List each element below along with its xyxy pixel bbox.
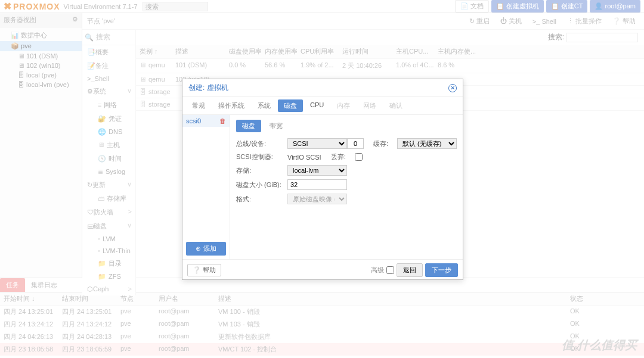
delete-disk-icon[interactable]: 🗑 — [219, 117, 226, 124]
cache-select[interactable]: 默认 (无缓存) — [397, 138, 457, 149]
subtab-disk[interactable]: 磁盘 — [236, 120, 261, 132]
format-label: 格式: — [236, 195, 287, 204]
wizard-tab-常规[interactable]: 常规 — [186, 99, 211, 112]
wizard-tab-操作系统[interactable]: 操作系统 — [212, 99, 250, 112]
add-disk-button[interactable]: ⊕ 添加 — [186, 242, 226, 256]
scsi-ctrl-label: SCSI控制器: — [236, 152, 287, 161]
dialog-title: 创建: 虚拟机 — [188, 83, 228, 93]
format-select: 原始磁盘映像 (raw) — [287, 194, 347, 204]
advanced-checkbox[interactable] — [386, 266, 394, 274]
create-vm-dialog: 创建: 虚拟机 ✕ 常规操作系统系统磁盘CPU内存网络确认 scsi0 🗑 ⊕ … — [182, 79, 463, 280]
scsi-ctrl-value: VirtIO SCSI — [287, 154, 321, 161]
storage-select[interactable]: local-lvm — [287, 165, 347, 176]
dialog-help-button[interactable]: ❔ 帮助 — [187, 264, 221, 276]
bus-select[interactable]: SCSI — [287, 138, 347, 149]
wizard-tab-磁盘[interactable]: 磁盘 — [278, 99, 303, 112]
back-button[interactable]: 返回 — [397, 263, 423, 277]
advanced-label: 高级 — [371, 266, 384, 275]
close-icon[interactable]: ✕ — [448, 84, 457, 92]
next-button[interactable]: 下一步 — [425, 263, 458, 277]
discard-label: 丢弃: — [331, 152, 355, 161]
wizard-tab-确认[interactable]: 确认 — [383, 99, 408, 112]
size-input[interactable] — [287, 179, 347, 190]
wizard-tab-网络[interactable]: 网络 — [357, 99, 382, 112]
bus-index-input[interactable] — [347, 138, 364, 149]
wizard-tab-CPU[interactable]: CPU — [304, 99, 330, 112]
bus-label: 总线/设备: — [236, 139, 287, 148]
storage-label: 存储: — [236, 166, 287, 175]
discard-checkbox[interactable] — [355, 153, 363, 161]
subtab-bandwidth[interactable]: 带宽 — [264, 120, 289, 132]
disk-entry-scsi0[interactable]: scsi0 🗑 — [182, 115, 230, 127]
wizard-tab-系统[interactable]: 系统 — [252, 99, 277, 112]
cache-label: 缓存: — [373, 139, 397, 148]
size-label: 磁盘大小 (GiB): — [236, 180, 287, 189]
wizard-tab-内存[interactable]: 内存 — [331, 99, 356, 112]
